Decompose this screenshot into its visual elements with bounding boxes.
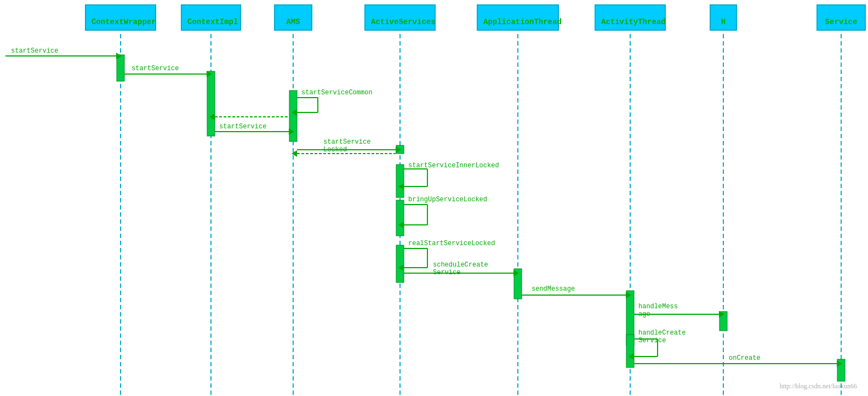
svg-marker-31	[289, 128, 294, 135]
svg-marker-23	[207, 71, 212, 77]
label-schedulecreateservice: scheduleCreate Service	[433, 261, 488, 277]
svg-marker-53	[719, 311, 724, 318]
lifeline-header-activeservices: ActiveServices	[364, 4, 436, 31]
label-startservice-cw-ci: startService	[132, 65, 179, 72]
lifeline-header-activitythread: ActivityThread	[595, 4, 666, 31]
svg-marker-51	[626, 292, 631, 298]
svg-rect-14	[396, 245, 404, 282]
svg-rect-12	[396, 165, 404, 197]
lifeline-header-ams: AMS	[274, 4, 312, 31]
svg-marker-27	[292, 109, 297, 116]
svg-marker-57	[629, 353, 634, 360]
label-startservicecommon: startServiceCommon	[301, 89, 373, 97]
svg-rect-10	[289, 90, 297, 142]
watermark: http://blog.csdn.net/luoxun66	[780, 382, 857, 391]
label-bringupservicelock: bringUpServiceLocked	[408, 196, 487, 203]
svg-rect-18	[626, 335, 634, 367]
label-oncreate: onCreate	[729, 354, 761, 362]
lifeline-header-contextimpl: ContextImpl	[181, 4, 241, 31]
label-startservice-ext: startService	[11, 47, 58, 55]
svg-rect-13	[396, 200, 404, 236]
label-startservice-ci-ams: startService	[219, 123, 266, 131]
svg-rect-11	[396, 145, 404, 154]
label-realstartservicelock: realStartServiceLocked	[408, 240, 495, 247]
label-handlecreateservice: handleCreate Service	[638, 329, 686, 345]
svg-marker-43	[398, 222, 404, 228]
svg-marker-21	[116, 53, 122, 59]
sequence-diagram: ContextWrapper ContextImpl AMS ActiveSer…	[0, 0, 868, 396]
svg-rect-17	[719, 312, 727, 331]
svg-rect-16	[626, 291, 634, 346]
label-startserviceinnerlocked: startServiceInnerLocked	[408, 162, 499, 169]
lifeline-header-contextwrapper: ContextWrapper	[85, 4, 156, 31]
svg-rect-15	[514, 269, 522, 299]
svg-rect-8	[117, 55, 124, 81]
lifeline-header-h: H	[710, 4, 737, 31]
label-handlemessage: handleMess age	[638, 303, 678, 319]
label-sendmessage: sendMessage	[532, 285, 575, 293]
svg-marker-29	[209, 114, 215, 120]
svg-marker-39	[398, 183, 404, 190]
svg-marker-33	[396, 146, 401, 153]
svg-marker-49	[513, 270, 519, 276]
svg-rect-9	[207, 71, 215, 136]
label-startservicelock: startService Locked	[323, 138, 370, 154]
lifeline-header-applicationthread: ApplicationThread	[477, 4, 559, 31]
svg-rect-19	[837, 359, 845, 381]
lifeline-header-service: Service	[816, 4, 866, 31]
svg-marker-35	[292, 150, 297, 157]
svg-marker-47	[398, 264, 404, 271]
svg-marker-59	[837, 360, 842, 367]
